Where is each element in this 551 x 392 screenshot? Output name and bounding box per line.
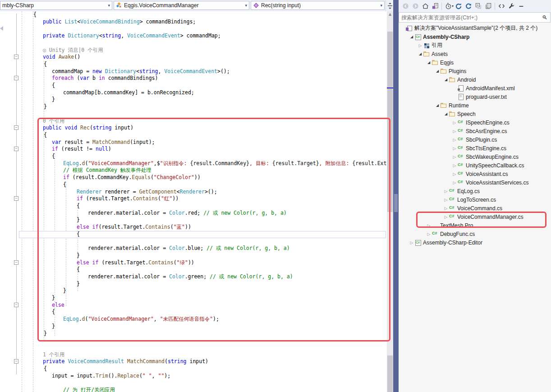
collapsed-arrow-icon[interactable]: ▷ bbox=[452, 138, 457, 142]
search-input[interactable] bbox=[399, 14, 542, 21]
tree-item[interactable]: ▷VoiceAssistantServices.cs bbox=[399, 178, 551, 187]
type-dropdown[interactable]: Eqgis.VoiceCommandManager ▾ bbox=[114, 1, 249, 10]
view-code-button[interactable] bbox=[496, 1, 506, 11]
expanded-arrow-icon[interactable]: ◢ bbox=[426, 60, 432, 65]
solution-search-box[interactable]: 🔍︎ bbox=[399, 12, 551, 23]
tree-item[interactable]: ◢Eqgis bbox=[399, 58, 551, 67]
code-line[interactable]: if (result.Target.Contains("红")) bbox=[77, 195, 179, 202]
code-line[interactable]: } bbox=[77, 217, 80, 223]
code-line[interactable]: renderer.material.color = Color.green; /… bbox=[88, 273, 293, 280]
fold-collapse-box[interactable]: − bbox=[14, 147, 18, 151]
collapsed-arrow-icon[interactable]: ▷ bbox=[443, 206, 449, 211]
editor-vertical-scrollbar[interactable]: ▲ bbox=[387, 11, 393, 392]
expanded-arrow-icon[interactable]: ◢ bbox=[443, 78, 449, 82]
tree-item[interactable]: ▷VoiceCommandManager.cs bbox=[399, 212, 551, 221]
code-line[interactable]: public List<VoiceCommandBinding> command… bbox=[43, 18, 196, 25]
fold-collapse-box[interactable]: − bbox=[14, 196, 18, 201]
collapsed-arrow-icon[interactable]: ▷ bbox=[452, 146, 457, 151]
refresh-view-button[interactable] bbox=[464, 1, 473, 11]
tree-item[interactable]: ▷SbcPlugin.cs bbox=[399, 135, 551, 144]
code-line[interactable]: { bbox=[33, 11, 37, 18]
tree-item[interactable]: ◢Speech bbox=[399, 110, 551, 118]
code-line[interactable]: private VoiceCommandResult MatchCommand(… bbox=[43, 358, 208, 365]
code-line[interactable]: { bbox=[77, 231, 80, 238]
code-line[interactable]: { bbox=[44, 365, 47, 372]
tree-item[interactable]: ▷引用 bbox=[399, 41, 551, 50]
collapsed-arrow-icon[interactable]: ▷ bbox=[452, 155, 457, 159]
code-line[interactable]: } bbox=[44, 103, 47, 110]
code-line[interactable]: commandMap = new Dictionary<string, Voic… bbox=[52, 68, 230, 75]
collapsed-arrow-icon[interactable]: ▷ bbox=[452, 172, 457, 176]
code-line[interactable]: void Awake() bbox=[43, 54, 80, 60]
minimize-button[interactable] bbox=[516, 1, 526, 11]
tree-item[interactable]: ▷SbcWakeupEngine.cs bbox=[399, 152, 551, 161]
tree-item[interactable]: ▷Assembly-CSharp-Editor bbox=[399, 238, 551, 247]
code-line[interactable]: EqLog.d("VoiceCommandManager",$"识别指令: {r… bbox=[63, 160, 387, 167]
fold-collapse-box[interactable]: − bbox=[14, 303, 18, 307]
scroll-up-icon[interactable]: ▲ bbox=[387, 12, 393, 16]
tree-item[interactable]: ◢Plugins bbox=[399, 67, 551, 75]
collapsed-arrow-icon[interactable]: ▷ bbox=[426, 223, 432, 228]
code-line[interactable]: private Dictionary<string, VoiceCommandE… bbox=[43, 32, 221, 39]
collapsed-arrow-icon[interactable]: ▷ bbox=[443, 198, 449, 202]
tree-item[interactable]: ▷TextMesh Pro bbox=[399, 221, 551, 230]
collapsed-arrow-icon[interactable]: ▷ bbox=[452, 163, 457, 168]
fold-collapse-box[interactable]: − bbox=[14, 76, 18, 80]
code-line[interactable]: foreach (var b in commandBindings) bbox=[52, 75, 158, 82]
code-line[interactable]: else if (result.Target.Contains("绿")) bbox=[77, 259, 194, 266]
code-line[interactable]: { bbox=[77, 266, 80, 273]
expanded-arrow-icon[interactable]: ◢ bbox=[435, 69, 440, 73]
collapsed-arrow-icon[interactable]: ▷ bbox=[452, 180, 457, 185]
collapsed-arrow-icon[interactable]: ▷ bbox=[418, 43, 423, 48]
tree-item[interactable]: ▷VoiceAssistant.cs bbox=[399, 170, 551, 178]
code-line[interactable]: renderer.material.color = Color.blue; //… bbox=[88, 245, 290, 252]
split-editor-button[interactable] bbox=[386, 0, 394, 11]
code-line[interactable]: { bbox=[52, 153, 55, 160]
code-line[interactable]: } bbox=[44, 330, 47, 337]
tree-item[interactable]: ◢Runtime bbox=[399, 101, 551, 110]
code-line[interactable]: input = input.Trim().Replace(" ", ""); bbox=[52, 373, 170, 379]
code-line[interactable]: } bbox=[52, 295, 55, 301]
tree-item[interactable]: ▷EqLog.cs bbox=[399, 187, 551, 195]
tree-item[interactable]: ▷VoiceCommand.cs bbox=[399, 204, 551, 212]
collapsed-arrow-icon[interactable]: ▷ bbox=[426, 232, 432, 236]
collapse-all-button[interactable] bbox=[473, 1, 483, 11]
scrollbar-thumb[interactable] bbox=[387, 32, 393, 212]
code-line[interactable]: } bbox=[52, 323, 55, 330]
collapsed-arrow-icon[interactable]: ▷ bbox=[452, 129, 457, 134]
collapsed-arrow-icon[interactable]: ▷ bbox=[452, 120, 457, 125]
code-line[interactable]: { bbox=[52, 82, 55, 89]
code-line[interactable]: ◎ Unity 消息|0 个引用 bbox=[43, 47, 103, 54]
tree-item[interactable]: ▷LogToScreen.cs bbox=[399, 195, 551, 204]
code-line[interactable]: } bbox=[63, 287, 66, 294]
code-line[interactable]: 0 个引用 bbox=[43, 118, 64, 125]
code-line[interactable]: { bbox=[63, 181, 66, 188]
code-line[interactable]: { bbox=[52, 309, 55, 315]
code-line[interactable]: renderer.material.color = Color.red; // … bbox=[88, 210, 287, 217]
code-line[interactable]: var result = MatchCommand(input); bbox=[52, 139, 155, 146]
code-line[interactable]: { bbox=[44, 61, 47, 68]
fold-collapse-box[interactable]: − bbox=[14, 359, 18, 364]
scrollbar-lower-block[interactable] bbox=[387, 355, 393, 392]
tree-item[interactable]: ◢Android bbox=[399, 75, 551, 84]
tree-item[interactable]: ▷SbcTtsEngine.cs bbox=[399, 144, 551, 152]
fold-collapse-box[interactable]: − bbox=[14, 55, 18, 59]
code-line[interactable]: } bbox=[77, 281, 80, 287]
expanded-arrow-icon[interactable]: ◢ bbox=[435, 103, 440, 107]
sync-with-active-document-button[interactable] bbox=[430, 1, 440, 11]
code-editor[interactable]: {public List<VoiceCommandBinding> comman… bbox=[0, 11, 387, 392]
search-icon[interactable]: 🔍︎ bbox=[542, 14, 547, 21]
show-all-files-button[interactable] bbox=[483, 1, 493, 11]
tree-item[interactable]: AndroidManifest.xml bbox=[399, 84, 551, 92]
code-line[interactable]: Renderer renderer = GetComponent<Rendere… bbox=[77, 189, 217, 195]
code-line[interactable]: } bbox=[77, 252, 80, 259]
panel-divider[interactable] bbox=[393, 0, 399, 392]
member-dropdown[interactable]: Rec(string input) ▾ bbox=[251, 1, 385, 10]
collapsed-arrow-icon[interactable]: ▷ bbox=[443, 215, 449, 219]
code-line[interactable]: if (result.CommandKey.Equals("ChangeColo… bbox=[63, 174, 201, 181]
tree-item[interactable]: ▷ISpeechEngine.cs bbox=[399, 118, 551, 127]
forward-button[interactable] bbox=[410, 1, 420, 11]
code-line[interactable]: { bbox=[77, 203, 80, 209]
tree-item[interactable]: 解决方案"VoiceAssistantSample"(2 个项目, 共 2 个) bbox=[399, 24, 551, 32]
tree-item[interactable]: ◢Assembly-CSharp bbox=[399, 32, 551, 41]
